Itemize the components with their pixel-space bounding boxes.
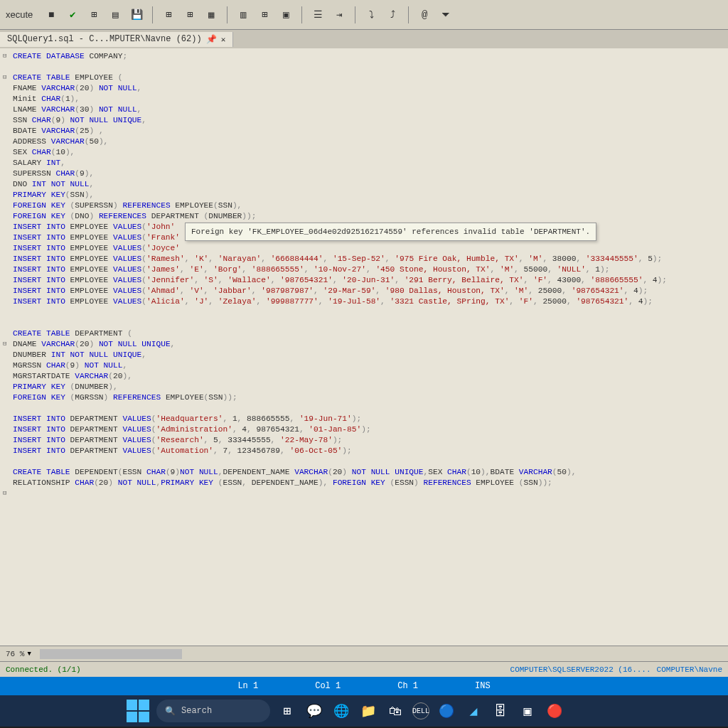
tab-title: SQLQuery1.sql - C...MPUTER\Navne (62)) — [7, 34, 202, 44]
line-number: Ln 1 — [237, 681, 258, 691]
separator — [227, 6, 228, 23]
zoom-value[interactable]: 76 % — [6, 650, 24, 658]
save-icon[interactable]: 💾 — [128, 6, 145, 23]
separator — [152, 6, 153, 23]
jump-out-icon[interactable]: ⤴ — [384, 6, 401, 23]
stats-icon[interactable]: ▥ — [235, 6, 252, 23]
export-icon[interactable]: ▣ — [277, 6, 294, 23]
column-number: Col 1 — [315, 681, 341, 691]
insert-mode: INS — [475, 681, 491, 691]
collapse-icon[interactable]: ⊟ — [3, 339, 6, 350]
connection-status: Connected. (1/1) — [6, 665, 81, 674]
at-icon[interactable]: @ — [416, 6, 433, 23]
collapse-icon[interactable]: ⊟ — [3, 51, 6, 62]
indent-icon[interactable]: ⇥ — [331, 6, 348, 23]
windows-taskbar: 🔍 Search ⊞ 💬 🌐 📁 🛍 DELL 🔵 ◢ 🗄 ▣ 🔴 — [0, 695, 728, 727]
start-button[interactable] — [127, 700, 149, 722]
chat-icon[interactable]: 💬 — [304, 701, 324, 721]
tooltip-text: Foreign key 'FK_EMPLOYEE_06d4e02d9251621… — [191, 228, 590, 236]
status-bar: Connected. (1/1) COMPUTER\SQLSERVER2022 … — [0, 661, 728, 677]
search-icon: 🔍 — [165, 706, 176, 717]
tab-bar: SQLQuery1.sql - C...MPUTER\Navne (62)) 📌… — [0, 30, 728, 48]
ssms-icon[interactable]: 🗄 — [491, 701, 510, 721]
user-name: COMPUTER\Navne — [657, 665, 722, 674]
tab-sqlquery[interactable]: SQLQuery1.sql - C...MPUTER\Navne (62)) 📌… — [0, 32, 233, 47]
grid-icon[interactable]: ⊞ — [160, 6, 177, 23]
error-tooltip: Foreign key 'FK_EMPLOYEE_06d4e02d9251621… — [185, 223, 596, 241]
char-number: Ch 1 — [397, 681, 418, 691]
separator — [408, 6, 409, 23]
jump-in-icon[interactable]: ⤵ — [363, 6, 380, 23]
horizontal-scrollbar[interactable] — [40, 649, 182, 659]
execute-label: xecute — [6, 9, 33, 20]
table-icon[interactable]: ⊞ — [256, 6, 273, 23]
separator — [355, 6, 355, 23]
dell-icon[interactable]: DELL — [412, 702, 429, 719]
grid2-icon[interactable]: ⊞ — [181, 6, 198, 23]
search-placeholder: Search — [181, 706, 212, 716]
code-editor[interactable]: ⊟ CREATE DATABASE COMPANY; ⊟ CREATE TABL… — [0, 48, 728, 646]
dropdown-icon[interactable]: ⏷ — [437, 6, 454, 23]
terminal-icon[interactable]: ▣ — [518, 701, 537, 721]
taskview-icon[interactable]: ⊞ — [277, 701, 297, 721]
plan-icon[interactable]: ▦ — [203, 6, 220, 23]
store-icon[interactable]: 🛍 — [385, 701, 405, 721]
vscode-icon[interactable]: ◢ — [464, 701, 483, 721]
separator — [301, 6, 302, 23]
collapse-icon[interactable]: ⊟ — [3, 73, 6, 83]
outline-icon[interactable]: ⊞ — [85, 6, 102, 23]
stop-icon[interactable]: ■ — [43, 6, 60, 23]
zoom-bar: 76 % ▼ — [0, 646, 728, 661]
close-icon[interactable]: ✕ — [221, 35, 226, 44]
list-icon[interactable]: ☰ — [309, 6, 326, 23]
chrome-icon[interactable]: 🔴 — [545, 701, 564, 721]
zoom-dropdown-icon[interactable]: ▼ — [27, 651, 31, 658]
pin-icon[interactable]: 📌 — [206, 34, 217, 45]
edge-icon[interactable]: 🌐 — [331, 701, 351, 721]
app-icon[interactable]: 🔵 — [437, 701, 456, 721]
server-name: COMPUTER\SQLSERVER2022 (16.... — [510, 665, 651, 674]
check-icon[interactable]: ✔ — [64, 6, 81, 23]
collapse-icon[interactable]: ⊟ — [3, 488, 6, 499]
bottom-info-bar: Ln 1 Col 1 Ch 1 INS — [0, 677, 728, 695]
taskbar-search[interactable]: 🔍 Search — [156, 700, 270, 722]
explorer-icon[interactable]: 📁 — [358, 701, 378, 721]
page-icon[interactable]: ▤ — [107, 6, 124, 23]
main-toolbar: xecute ■ ✔ ⊞ ▤ 💾 ⊞ ⊞ ▦ ▥ ⊞ ▣ ☰ ⇥ ⤵ ⤴ @ ⏷ — [0, 0, 728, 30]
